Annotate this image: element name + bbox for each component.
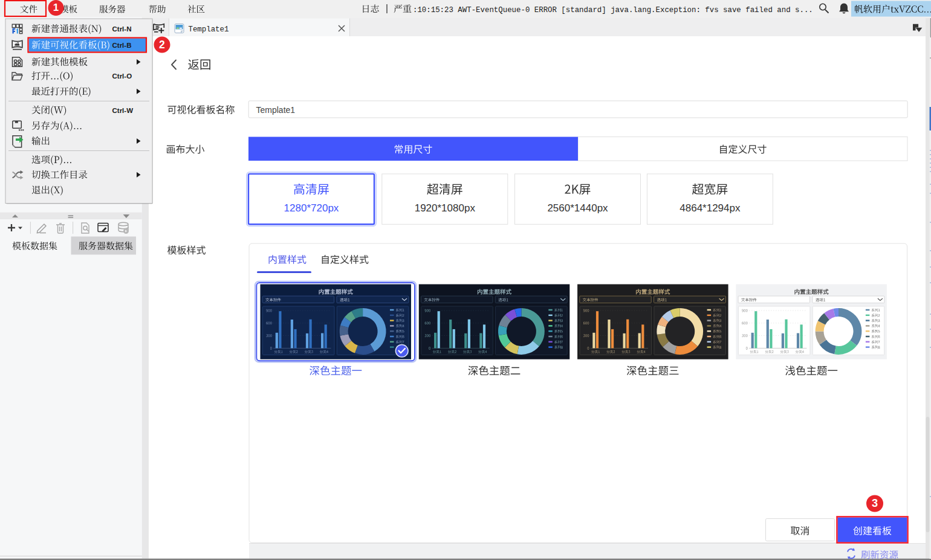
svg-text:3: 3 xyxy=(872,497,878,509)
svg-text:2560*1440px: 2560*1440px xyxy=(547,202,608,214)
svg-text:4864*1294px: 4864*1294px xyxy=(680,202,741,214)
svg-text:Ctrl-O: Ctrl-O xyxy=(112,72,132,80)
svg-text:1920*1080px: 1920*1080px xyxy=(415,202,476,214)
svg-text:Ctrl-N: Ctrl-N xyxy=(112,25,132,33)
svg-text::10:15:23 AWT-EventQueue-0 ERR: :10:15:23 AWT-EventQueue-0 ERROR [standa… xyxy=(413,6,813,14)
svg-text:Ctrl-B: Ctrl-B xyxy=(112,42,132,49)
svg-text:1280*720px: 1280*720px xyxy=(284,202,339,214)
svg-text:Template1: Template1 xyxy=(256,105,296,115)
svg-text:1: 1 xyxy=(53,2,59,13)
svg-text:Template1: Template1 xyxy=(189,25,229,34)
svg-text:2: 2 xyxy=(159,39,165,51)
svg-text:Ctrl-W: Ctrl-W xyxy=(112,107,134,114)
